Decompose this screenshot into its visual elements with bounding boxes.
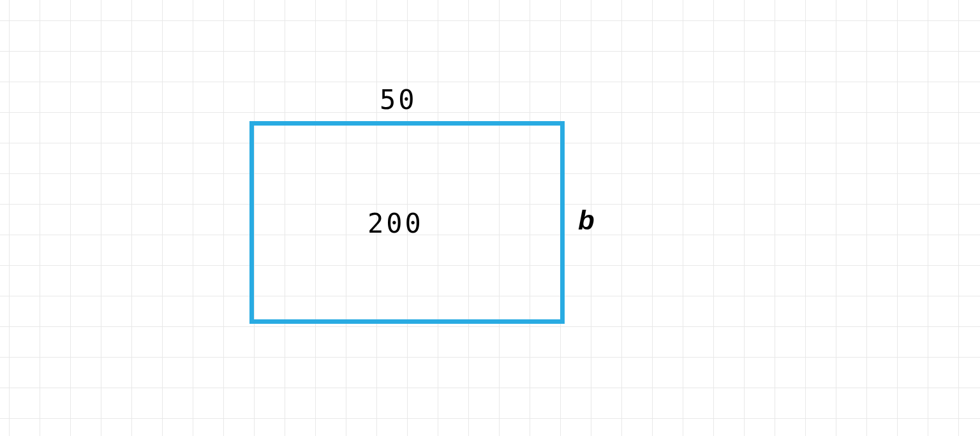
center-area-label: 200 [368, 208, 424, 239]
right-height-label: b [578, 205, 595, 236]
top-width-label: 50 [380, 84, 417, 115]
